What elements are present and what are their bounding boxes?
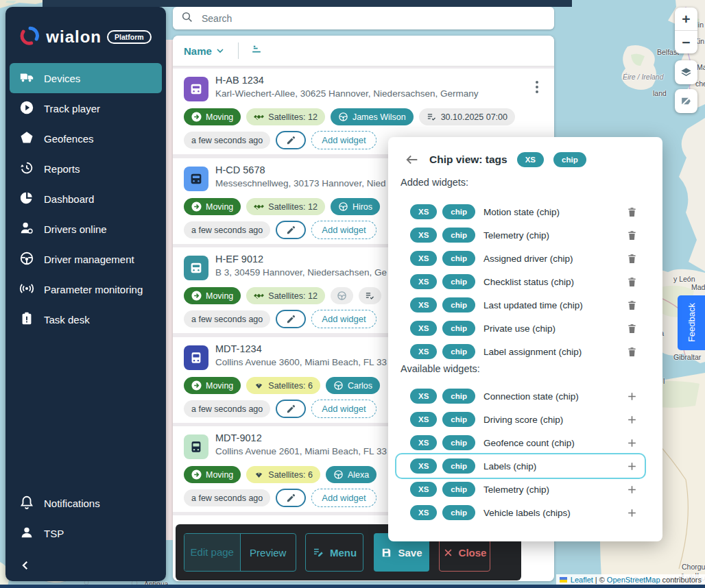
add-widget-button[interactable]: Add widget xyxy=(311,221,376,239)
chip-view-modal: Chip view: tags XS chip Added widgets: X… xyxy=(388,137,662,541)
satellites-chip: Satellites: 12 xyxy=(246,108,325,125)
widget-row[interactable]: XS chip Telemetry (chip) xyxy=(396,223,645,247)
map-label: land xyxy=(653,89,667,97)
remove-widget-button[interactable] xyxy=(624,274,639,289)
remove-widget-button[interactable] xyxy=(624,297,639,313)
chevron-down-icon xyxy=(215,45,226,56)
remove-widget-button[interactable] xyxy=(624,251,639,266)
add-widget-plus-button[interactable] xyxy=(624,435,639,450)
satellites-chip: Satellites: 12 xyxy=(246,287,325,304)
feedback-tab[interactable]: Feedback xyxy=(678,295,705,350)
pentagon-icon xyxy=(19,130,34,147)
menu-edit-icon xyxy=(312,546,324,559)
zoom-out-button[interactable]: − xyxy=(675,31,697,53)
sidebar-item-track-player[interactable]: Track player xyxy=(10,93,162,123)
add-widget-button[interactable]: Add widget xyxy=(311,310,376,328)
zoom-in-button[interactable]: + xyxy=(675,8,697,31)
widget-row-highlighted[interactable]: XS chip Labels (chip) xyxy=(396,454,645,478)
sidebar-item-drivers-online[interactable]: Drivers online xyxy=(10,214,162,244)
add-widget-button[interactable]: Add widget xyxy=(311,131,376,149)
added-widgets-header: Added widgets: xyxy=(401,177,468,188)
widget-row[interactable]: XS chip Connection state (chip) xyxy=(396,384,645,408)
edit-widgets-button[interactable] xyxy=(276,310,306,328)
assigned-driver-chip: Hiros xyxy=(331,198,380,215)
add-widget-plus-button[interactable] xyxy=(624,389,639,404)
sidebar-item-reports[interactable]: Reports xyxy=(10,154,162,184)
vehicle-avatar xyxy=(184,256,208,280)
map-labels-toggle-button[interactable] xyxy=(675,89,697,113)
add-widget-plus-button[interactable] xyxy=(624,505,639,520)
sidebar-item-devices[interactable]: Devices xyxy=(10,63,162,93)
checklist-time-chip: 30.10.2025 07:00 xyxy=(419,108,515,125)
sort-direction-button[interactable] xyxy=(250,44,263,58)
steering-wheel-icon xyxy=(338,112,348,122)
device-address: B 3, 30459 Hannover, Niedersachsen, Ge xyxy=(215,267,387,278)
map-layers-button[interactable] xyxy=(675,60,697,84)
device-menu-button[interactable] xyxy=(529,78,545,96)
feedback-label: Feedback xyxy=(686,303,697,342)
last-updated-chip: a few seconds ago xyxy=(184,221,270,238)
clipboard-icon xyxy=(19,311,34,328)
sort-order-icon xyxy=(250,44,263,58)
sidebar-item-parameter-monitoring[interactable]: Parameter monitoring xyxy=(10,274,162,304)
platform-badge: Platform xyxy=(107,30,152,44)
edit-widgets-button[interactable] xyxy=(276,400,306,418)
widget-row[interactable]: XS chip Label assignment (chip) xyxy=(396,340,645,363)
back-button[interactable] xyxy=(405,152,420,167)
widget-row[interactable]: XS chip Assigned driver (chip) xyxy=(396,247,645,270)
openstreetmap-link[interactable]: OpenStreetMap xyxy=(607,576,660,584)
menu-button[interactable]: Menu xyxy=(305,533,363,572)
sidebar-item-dashboard[interactable]: Dashboard xyxy=(10,184,162,214)
add-widget-button[interactable]: Add widget xyxy=(311,400,376,418)
edit-widgets-button[interactable] xyxy=(276,489,306,507)
sort-by-name-button[interactable]: Name xyxy=(184,45,226,57)
trash-icon xyxy=(626,206,638,218)
person-icon xyxy=(19,525,34,542)
collapse-sidebar-button[interactable] xyxy=(19,555,40,576)
sort-field-label: Name xyxy=(184,45,212,57)
remove-widget-button[interactable] xyxy=(624,204,639,219)
checklist-status-chip xyxy=(359,287,381,304)
widget-row[interactable]: XS chip Telemetry (chip) xyxy=(396,478,645,501)
last-updated-chip: a few seconds ago xyxy=(184,489,270,506)
sidebar-item-notifications[interactable]: Notifications xyxy=(10,488,162,518)
widget-row[interactable]: XS chip Vehicle labels (chips) xyxy=(396,501,645,524)
sidebar-item-tsp[interactable]: TSP xyxy=(10,518,162,548)
widget-row[interactable]: XS chip Checklist status (chip) xyxy=(396,270,645,293)
widget-label: Geofence count (chip) xyxy=(483,438,575,448)
widget-row[interactable]: XS chip Private use (chip) xyxy=(396,317,645,340)
map-attribution: Leaflet | © OpenStreetMap contributors xyxy=(556,574,705,585)
logo: wialon Platform xyxy=(5,22,166,52)
map-label: Éire / Ireland xyxy=(623,73,664,81)
widget-label: Telemetry (chip) xyxy=(483,485,549,495)
assigned-driver-chip: Carlos xyxy=(326,377,380,394)
edit-widgets-button[interactable] xyxy=(276,131,306,149)
device-name: H-CD 5678 xyxy=(215,164,265,175)
devices-icon xyxy=(19,70,34,87)
sidebar-item-driver-management[interactable]: Driver management xyxy=(10,244,162,274)
leaflet-link[interactable]: Leaflet xyxy=(571,576,593,584)
add-widget-button[interactable]: Add widget xyxy=(311,489,376,507)
widget-row[interactable]: XS chip Motion state (chip) xyxy=(396,200,645,223)
widget-row[interactable]: XS chip Geofence count (chip) xyxy=(396,431,645,454)
map-label: Gibraltar xyxy=(673,353,701,361)
add-widget-plus-button[interactable] xyxy=(624,482,639,497)
remove-widget-button[interactable] xyxy=(624,321,639,336)
widget-row[interactable]: XS chip Driving score (chip) xyxy=(396,408,645,431)
remove-widget-button[interactable] xyxy=(624,228,639,243)
add-widget-plus-button[interactable] xyxy=(624,458,639,474)
remove-widget-button[interactable] xyxy=(624,344,639,359)
widget-row[interactable]: XS chip Last updated time (chip) xyxy=(396,293,645,317)
add-widget-plus-button[interactable] xyxy=(624,412,639,427)
preview-button[interactable]: Preview xyxy=(241,534,296,571)
edit-widgets-button[interactable] xyxy=(276,221,306,239)
sidebar-item-geofences[interactable]: Geofences xyxy=(10,123,162,154)
motion-state-chip: Moving xyxy=(184,198,241,215)
sidebar-item-task-desk[interactable]: Task desk xyxy=(10,304,162,334)
edit-page-button[interactable]: Edit page xyxy=(184,534,241,571)
sidebar-item-label: Track player xyxy=(44,103,100,114)
app: din Kin Belfast Éire / Ireland Ma che la… xyxy=(0,0,705,588)
search-input[interactable] xyxy=(200,12,546,25)
search-icon xyxy=(181,11,193,26)
widget-label: Connection state (chip) xyxy=(483,391,579,402)
